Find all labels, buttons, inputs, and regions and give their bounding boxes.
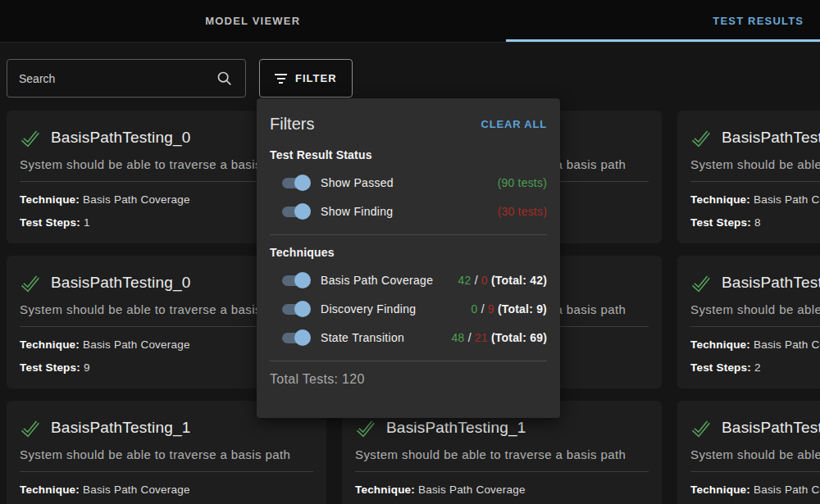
failed-count: 9 <box>488 302 494 316</box>
search-input[interactable] <box>19 72 216 85</box>
passed-count: 0 <box>472 302 478 316</box>
card-divider <box>690 181 820 182</box>
test-description: System should be able to traverse a basi… <box>355 447 649 463</box>
passed-check-icon <box>690 128 711 148</box>
test-description: System should be able to traverse a basi… <box>690 302 820 318</box>
card-divider <box>20 471 313 472</box>
count-separator: / <box>478 302 488 316</box>
toggle-label: Show Passed <box>321 176 394 189</box>
test-title: BasisPathTesting_0 <box>51 129 190 147</box>
test-title: BasisPathTesting_0 <box>722 274 820 292</box>
toggle-label: State Transition <box>321 331 404 344</box>
failed-count: 21 <box>475 331 488 344</box>
passed-count-badge: (90 tests) <box>498 176 547 189</box>
technique-label: Technique: <box>690 193 750 206</box>
steps-value: 9 <box>84 361 90 374</box>
technique-value: Basis Path Coverage <box>418 484 526 496</box>
toggle-row-show-passed: Show Passed (90 tests) <box>270 168 547 197</box>
card-divider <box>355 471 649 472</box>
toggle-row-state-transition: State Transition 48 / 21 (Total: 69) <box>270 323 547 352</box>
filter-popup-header: Filters CLEAR ALL <box>270 115 547 134</box>
passed-check-icon <box>690 273 711 293</box>
popup-divider <box>270 361 547 361</box>
finding-count-badge: (30 tests) <box>498 205 547 218</box>
card-header: BasisPathTesting_0 <box>690 127 820 148</box>
card-divider <box>690 471 820 472</box>
passed-check-icon <box>690 418 711 438</box>
toggle-row-basis-path: Basis Path Coverage 42 / 0 (Total: 42) <box>270 266 547 294</box>
discovery-finding-toggle[interactable] <box>281 301 311 317</box>
tab-test-results[interactable]: TEST RESULTS <box>506 0 820 42</box>
passed-check-icon <box>355 418 376 438</box>
toggle-label: Basis Path Coverage <box>321 274 433 287</box>
passed-check-icon <box>20 418 40 438</box>
search-icon <box>216 70 234 88</box>
card-divider <box>690 326 820 327</box>
total-count: (Total: 69) <box>491 331 547 344</box>
technique-value: Basis Path Coverage <box>754 484 820 496</box>
passed-count: 42 <box>458 274 472 287</box>
test-description: System should be able to traverse a basi… <box>690 157 820 173</box>
state-transition-toggle[interactable] <box>281 329 311 346</box>
card-header: BasisPathTesting_0 <box>690 272 820 293</box>
steps-label: Test Steps: <box>690 216 751 229</box>
card-header: BasisPathTesting_1 <box>690 417 820 438</box>
technique-value: Basis Path Coverage <box>754 338 820 351</box>
show-passed-toggle[interactable] <box>281 175 311 191</box>
card-header: BasisPathTesting_1 <box>355 417 649 438</box>
filter-button[interactable]: FILTER <box>259 59 353 98</box>
tab-model-viewer[interactable]: MODEL VIEWER <box>0 0 506 42</box>
basis-path-toggle[interactable] <box>281 272 311 288</box>
toolbar: FILTER <box>7 59 353 98</box>
test-title: BasisPathTesting_1 <box>51 419 190 437</box>
technique-value: Basis Path Coverage <box>83 338 190 351</box>
technique-line: Technique: Basis Path Coverage <box>690 193 820 207</box>
steps-value: 8 <box>754 216 761 229</box>
steps-label: Test Steps: <box>690 361 751 374</box>
technique-value: Basis Path Coverage <box>754 193 820 206</box>
toggle-row-discovery-finding: Discovery Finding 0 / 9 (Total: 9) <box>270 294 547 323</box>
total-count: (Total: 9) <box>498 302 547 316</box>
technique-value: Basis Path Coverage <box>83 484 190 496</box>
steps-line: Test Steps: 8 <box>690 216 820 230</box>
technique-value: Basis Path Coverage <box>83 193 190 206</box>
card-header: BasisPathTesting_1 <box>20 417 313 438</box>
test-card[interactable]: BasisPathTesting_1 System should be able… <box>677 401 820 504</box>
top-tab-bar: MODEL VIEWER TEST RESULTS <box>0 0 820 43</box>
technique-line: Technique: Basis Path Coverage <box>355 483 649 497</box>
technique-counts: 0 / 9 (Total: 9) <box>472 302 547 316</box>
steps-value: 2 <box>754 361 761 374</box>
technique-label: Technique: <box>20 193 80 206</box>
status-section-title: Test Result Status <box>270 148 547 161</box>
test-title: BasisPathTesting_1 <box>722 419 820 437</box>
test-title: BasisPathTesting_0 <box>51 274 190 292</box>
filter-icon <box>275 74 287 84</box>
techniques-section-title: Techniques <box>270 246 547 259</box>
test-description: System should be able to traverse a basi… <box>20 447 313 463</box>
technique-label: Technique: <box>20 338 80 351</box>
technique-line: Technique: Basis Path Coverage <box>690 483 820 497</box>
total-count: (Total: 42) <box>491 274 547 287</box>
technique-line: Technique: Basis Path Coverage <box>690 338 820 352</box>
clear-all-button[interactable]: CLEAR ALL <box>481 118 547 130</box>
steps-value: 1 <box>84 216 90 229</box>
popup-divider <box>270 234 547 235</box>
technique-line: Technique: Basis Path Coverage <box>20 483 313 497</box>
test-card[interactable]: BasisPathTesting_0 System should be able… <box>677 111 820 243</box>
total-tests-label: Total Tests: 120 <box>270 372 547 387</box>
steps-label: Test Steps: <box>20 361 80 374</box>
test-card[interactable]: BasisPathTesting_0 System should be able… <box>677 256 820 388</box>
show-finding-toggle[interactable] <box>281 203 311 220</box>
filter-popup-title: Filters <box>270 115 314 134</box>
test-title: BasisPathTesting_1 <box>386 419 526 437</box>
test-title: BasisPathTesting_0 <box>722 129 820 147</box>
failed-count: 0 <box>481 274 488 287</box>
app-root: MODEL VIEWER TEST RESULTS FILTER B <box>0 0 820 504</box>
passed-check-icon <box>20 273 40 293</box>
technique-label: Technique: <box>690 338 750 351</box>
count-separator: / <box>472 274 481 287</box>
filter-button-label: FILTER <box>295 72 337 84</box>
search-box[interactable] <box>7 59 246 98</box>
technique-counts: 48 / 21 (Total: 69) <box>452 331 547 344</box>
technique-label: Technique: <box>355 484 415 496</box>
